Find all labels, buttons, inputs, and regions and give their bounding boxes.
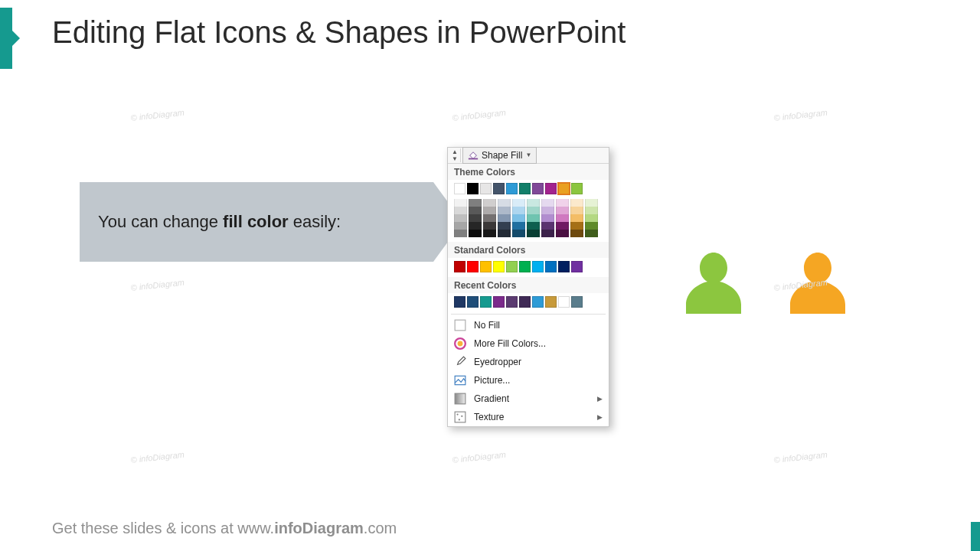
theme-shade-swatch[interactable] [483,199,496,207]
texture-label: Texture [474,412,504,422]
eyedropper-item[interactable]: Eyedropper [448,353,609,371]
theme-shade-swatch[interactable] [512,222,525,230]
theme-shade-swatch[interactable] [585,230,598,237]
theme-shade-column [556,199,569,237]
gallery-down-icon[interactable]: ▼ [449,155,460,162]
theme-shade-swatch[interactable] [469,199,482,207]
theme-shade-swatch[interactable] [585,222,598,230]
theme-shade-swatch[interactable] [585,199,598,207]
theme-shade-column [512,199,525,237]
theme-shade-swatch[interactable] [570,222,583,230]
theme-shade-swatch[interactable] [498,222,511,230]
theme-shade-swatch[interactable] [469,207,482,214]
theme-shade-swatch[interactable] [483,230,496,237]
footer-text: Get these slides & icons at www.infoDiag… [52,520,397,537]
theme-color-swatch[interactable] [467,183,479,194]
theme-shade-swatch[interactable] [483,222,496,230]
theme-shade-swatch[interactable] [570,214,583,222]
theme-shade-swatch[interactable] [541,214,554,222]
gallery-up-icon[interactable]: ▲ [449,148,460,155]
accent-left-tab [0,8,12,69]
standard-color-swatch[interactable] [558,261,570,272]
theme-shade-swatch[interactable] [556,214,569,222]
theme-shade-swatch[interactable] [527,214,540,222]
recent-color-swatch[interactable] [480,296,492,308]
theme-shade-swatch[interactable] [454,230,467,237]
theme-color-swatch[interactable] [571,183,583,194]
theme-shade-swatch[interactable] [469,214,482,222]
standard-color-swatch[interactable] [545,261,557,272]
theme-shade-swatch[interactable] [556,222,569,230]
recent-color-swatch[interactable] [467,296,479,308]
theme-shade-swatch[interactable] [541,222,554,230]
theme-color-swatch[interactable] [480,183,492,194]
theme-color-swatch[interactable] [506,183,518,194]
recent-color-swatch[interactable] [493,296,505,308]
theme-shade-swatch[interactable] [498,214,511,222]
theme-shade-swatch[interactable] [541,207,554,214]
recent-color-swatch[interactable] [454,296,466,308]
standard-color-swatch[interactable] [506,261,518,272]
theme-shade-swatch[interactable] [469,230,482,237]
theme-shade-swatch[interactable] [483,207,496,214]
recent-color-swatch[interactable] [558,296,570,308]
theme-shade-swatch[interactable] [498,207,511,214]
svg-rect-0 [469,158,478,159]
recent-color-swatch[interactable] [506,296,518,308]
theme-shade-swatch[interactable] [512,199,525,207]
no-fill-item[interactable]: No Fill [448,316,609,334]
theme-shade-swatch[interactable] [556,207,569,214]
picture-item[interactable]: Picture... [448,371,609,390]
theme-shade-swatch[interactable] [512,214,525,222]
shape-fill-button[interactable]: Shape Fill ▼ [462,147,537,164]
theme-color-swatch[interactable] [545,183,557,194]
theme-shade-swatch[interactable] [454,199,467,207]
theme-shade-swatch[interactable] [454,214,467,222]
texture-item[interactable]: Texture ▶ [448,408,609,426]
theme-shade-swatch[interactable] [541,199,554,207]
theme-shade-swatch[interactable] [469,222,482,230]
theme-shade-swatch[interactable] [498,199,511,207]
theme-shade-swatch[interactable] [556,230,569,237]
recent-color-swatch[interactable] [519,296,531,308]
theme-shade-swatch[interactable] [454,222,467,230]
recent-color-swatch[interactable] [545,296,557,308]
standard-color-swatch[interactable] [454,261,466,272]
svg-rect-6 [455,412,466,422]
theme-shade-swatch[interactable] [556,199,569,207]
standard-color-swatch[interactable] [519,261,531,272]
theme-color-swatch[interactable] [454,183,466,194]
watermark-text: © infoDiagram [130,108,185,122]
theme-shade-swatch[interactable] [541,230,554,237]
theme-shade-swatch[interactable] [570,199,583,207]
theme-shade-swatch[interactable] [527,222,540,230]
theme-shade-swatch[interactable] [570,207,583,214]
recent-color-swatch[interactable] [571,296,583,308]
theme-shade-swatch[interactable] [585,214,598,222]
theme-color-swatch[interactable] [519,183,531,194]
shape-fill-label: Shape Fill [482,150,522,161]
theme-shade-swatch[interactable] [483,214,496,222]
more-colors-item[interactable]: More Fill Colors... [448,334,609,353]
recent-color-swatch[interactable] [532,296,544,308]
standard-color-swatch[interactable] [493,261,505,272]
theme-shade-swatch[interactable] [498,230,511,237]
theme-shade-swatch[interactable] [454,207,467,214]
theme-shade-swatch[interactable] [527,207,540,214]
theme-shade-swatch[interactable] [527,230,540,237]
standard-color-swatch[interactable] [532,261,544,272]
gradient-item[interactable]: Gradient ▶ [448,390,609,408]
theme-shade-swatch[interactable] [512,230,525,237]
theme-shade-swatch[interactable] [585,207,598,214]
standard-color-swatch[interactable] [480,261,492,272]
theme-color-swatch[interactable] [558,183,570,194]
standard-color-swatch[interactable] [571,261,583,272]
theme-shade-swatch[interactable] [570,230,583,237]
standard-color-swatch[interactable] [467,261,479,272]
theme-color-swatch[interactable] [532,183,544,194]
theme-color-swatch[interactable] [493,183,505,194]
theme-shade-swatch[interactable] [512,207,525,214]
footer-suffix: .com [364,520,397,536]
theme-shade-swatch[interactable] [527,199,540,207]
panel-toolbar: ▲ ▼ Shape Fill ▼ [448,148,609,164]
